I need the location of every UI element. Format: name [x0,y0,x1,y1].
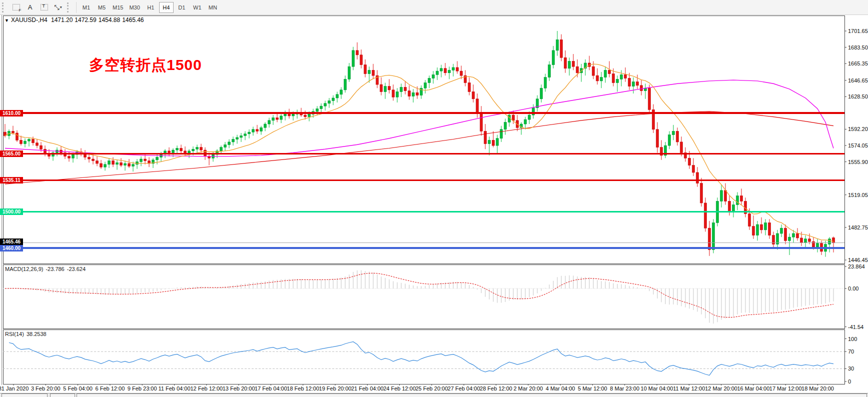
timeframe-group: M1M5M15M30H1H4D1W1MN [79,2,221,13]
open-value: 1471.20 [51,16,73,24]
arrow-line-icon: ⤡ [54,4,59,12]
rsi-name: RSI(14) [5,331,24,337]
low-value: 1454.88 [99,16,120,24]
toolbar-drag-handle[interactable] [2,2,6,12]
timeframe-mn-button[interactable]: MN [206,2,220,13]
text-box-icon: T [41,4,48,10]
chart-window[interactable]: 1610.001565.001535.111500.001460.001465.… [0,15,868,393]
macd-indicator-label: MACD(12,26,9)-23.786-23.624 [5,266,88,272]
timeframe-w1-button[interactable]: W1 [190,2,205,13]
chart-title: ▼XAUUSD-,H4 1471.201472.591454.881465.46 [5,16,146,24]
macd-name: MACD(12,26,9) [5,266,43,272]
bottom-strip-segment [77,394,867,397]
timeframe-m5-button[interactable]: M5 [95,2,109,13]
timeframe-d1-button[interactable]: D1 [175,2,189,13]
collapse-triangle-icon[interactable]: ▼ [5,18,9,23]
rsi-indicator-label: RSI(14)38.2538 [5,331,49,337]
high-value: 1472.59 [75,16,96,24]
bottom-strip [0,393,868,397]
timeframe-m15-button[interactable]: M15 [110,2,126,13]
template-tool-button[interactable]: F [9,2,23,14]
close-value: 1465.46 [122,16,144,24]
timeframe-h1-button[interactable]: H1 [144,2,158,13]
timeframe-m30-button[interactable]: M30 [127,2,142,13]
text-tool-button[interactable]: T [37,2,51,14]
caret-down-icon: ▾ [60,5,62,10]
timeframe-m1-button[interactable]: M1 [79,2,94,13]
macd-signal-value: -23.624 [67,266,86,272]
macd-main-value: -23.786 [46,266,64,272]
toolbar-separator [76,2,77,13]
letter-a-icon: A [28,4,33,11]
dotted-grid-icon: F [13,4,20,10]
toolbar: F A T ⤡ ▾ M1M5M15M30H1H4D1W1MN [0,0,868,15]
price-annotation-text: 多空转折点1500 [89,55,202,76]
bottom-strip-segment [50,394,75,397]
arrow-tool-button[interactable]: ⤡ ▾ [51,2,65,14]
rsi-value: 38.2538 [27,331,47,337]
bottom-strip-segment [2,394,48,397]
symbol-label: XAUUSD-,H4 [11,16,48,24]
timeframe-h4-button[interactable]: H4 [159,2,174,13]
toolbar-drag-handle[interactable] [67,2,71,12]
label-tool-button[interactable]: A [23,2,37,14]
